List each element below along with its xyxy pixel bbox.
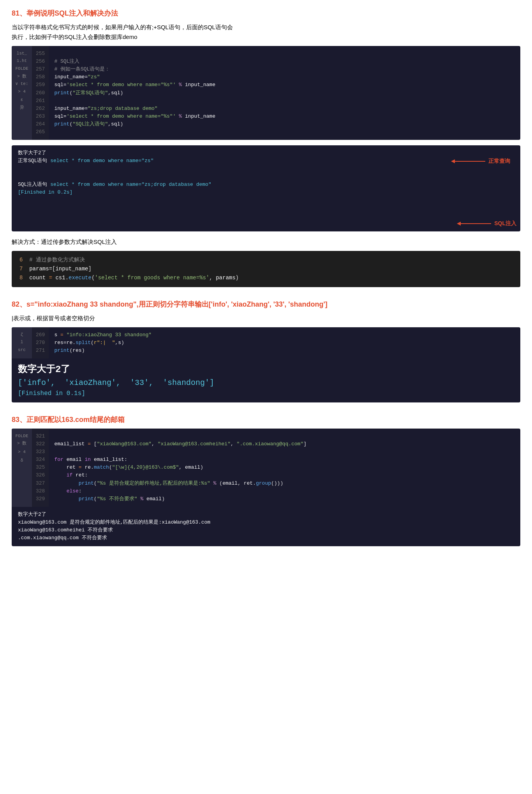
- line-numbers-82: 269 270 271: [32, 327, 49, 358]
- code-sidebar-82: ζ l src: [12, 327, 32, 358]
- resolve-desc: 解决方式：通过传参数方式解决SQL注入: [12, 237, 520, 247]
- output-81-container: 数字大于2了 正常SQL语句 select * from demo where …: [12, 145, 520, 231]
- output-83: 数字大于2了 xiaoWang@163.com 是符合规定的邮件地址,匹配后的结…: [12, 507, 520, 546]
- code-block-81: lst_ 1.ht FOLDE > 数 ∨ te: > 4 ε 异 255 25…: [12, 46, 520, 140]
- code-lines-81: # SQL注入 # 例如一条SQL语句是： input_name="zs" sq…: [49, 46, 520, 140]
- section-83: 83、正则匹配以163.com结尾的邮箱 FOLDE > 数 > 4 δ 321…: [12, 414, 520, 546]
- section-81-title: 81、举例说明SQL注入和解决办法: [12, 8, 520, 19]
- param-code-block: 6 # 通过参数化方式解决 7 params=[input_name] 8 co…: [12, 251, 520, 287]
- code-sidebar-81: lst_ 1.ht FOLDE > 数 ∨ te: > 4 ε 异: [12, 46, 32, 140]
- code-block-83: FOLDE > 数 > 4 δ 321 322 323 324 325 326 …: [12, 429, 520, 507]
- annotation-sqlinject: SQL注入: [494, 219, 516, 228]
- output-82: 数字大于2了 ['info', 'xiaoZhang', '33', 'shan…: [12, 358, 520, 402]
- output-81: 数字大于2了 正常SQL语句 select * from demo where …: [12, 145, 520, 231]
- section-82-desc: |表示或，根据冒号或者空格切分: [12, 313, 520, 323]
- section-82-title: 82、s="info:xiaoZhang 33 shandong",用正则切分字…: [12, 299, 520, 310]
- annotation-zhengchang: 正常查询: [488, 157, 510, 166]
- section-82: 82、s="info:xiaoZhang 33 shandong",用正则切分字…: [12, 299, 520, 402]
- code-block-82: ζ l src 269 270 271 s = "info:xiaoZhang …: [12, 327, 520, 358]
- section-83-title: 83、正则匹配以163.com结尾的邮箱: [12, 414, 520, 425]
- code-lines-82: s = "info:xiaoZhang 33 shandong" res=re.…: [49, 327, 520, 358]
- line-numbers-83: 321 322 323 324 325 326 327 328 329: [32, 429, 49, 507]
- section-81: 81、举例说明SQL注入和解决办法 当以字符串格式化书写方式的时候，如果用户输入…: [12, 8, 520, 287]
- line-numbers-81: 255 256 257 258 259 260 261 262 263 264 …: [32, 46, 49, 140]
- code-sidebar-83: FOLDE > 数 > 4 δ: [12, 429, 32, 507]
- section-81-desc: 当以字符串格式化书写方式的时候，如果用户输入的有;+SQL语句，后面的SQL语句…: [12, 22, 520, 42]
- code-lines-83: email_list = ["xiaoWang@163.com", "xiaoW…: [49, 429, 520, 507]
